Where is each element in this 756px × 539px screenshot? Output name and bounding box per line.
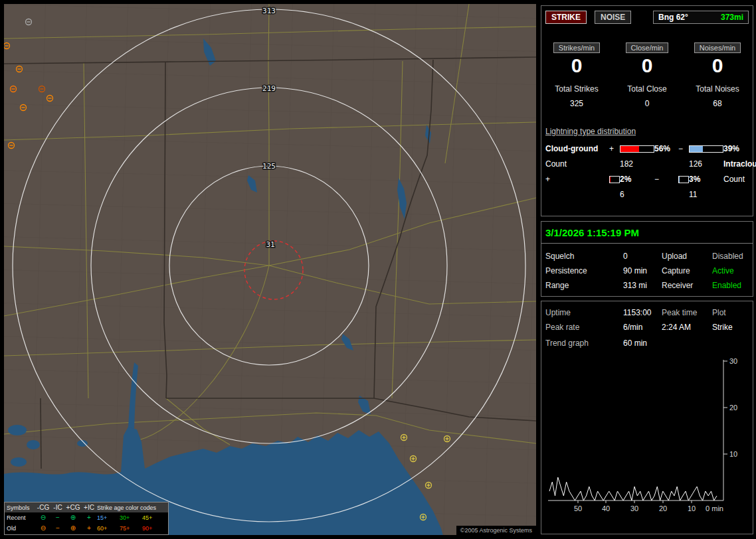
total-close-label: Total Close [612,84,682,94]
trend-window-value: 60 min [623,339,749,348]
legend-recent-label: Recent [7,514,36,521]
ring-label-313: 313 [262,7,276,15]
ic-minus-sign: − [654,175,678,184]
trend-graph-label: Trend graph [545,339,623,348]
ic-minus-count: 11 [689,190,723,199]
xtick-30: 30 [630,504,638,512]
squelch-label: Squelch [545,252,623,261]
xtick-0min: 0 min [706,504,723,512]
distribution-title: Lightning type distribution [541,127,753,136]
datetime-display: 3/1/2026 1:15:19 PM [541,222,753,244]
upload-label: Upload [662,252,712,261]
cg-plus-sign: + [609,144,620,153]
capture-status: Active [712,266,749,275]
receiver-status: Enabled [712,281,749,290]
xtick-10: 10 [688,504,696,512]
neg-ic-old-icon: − [50,525,65,532]
ytick-10: 10 [729,450,737,458]
noises-per-min-button[interactable]: Noises/min [694,42,741,53]
trend-line [549,477,717,501]
persistence-value: 90 min [623,266,662,275]
map-legend: Symbols -CG -IC +CG +IC Strike age color… [4,502,169,535]
cg-negative-bar [689,145,723,153]
xtick-40: 40 [602,504,610,512]
receiver-label: Receiver [662,281,712,290]
bearing-display: Bng 62° 373mi [653,11,749,24]
ring-label-125: 125 [262,162,276,171]
cg-minus-count: 126 [689,159,723,169]
ic-negative-bar [678,176,689,183]
neg-ic-icon: − [50,514,65,521]
status-grid: Uptime 1153:00 Peak time Plot Peak rate … [541,301,753,332]
ic-positive-bar [609,176,620,183]
legend-old-label: Old [7,525,36,532]
strikes-per-min-button[interactable]: Strikes/min [553,42,600,53]
xtick-20: 20 [659,504,667,512]
ytick-30: 30 [729,357,737,365]
peak-rate-value: 6/min [623,323,662,332]
pos-cg-icon: ⊕ [65,514,81,521]
noises-column: Noises/min 0 Total Noises 68 [682,41,753,108]
capture-label: Capture [662,266,712,275]
noise-button[interactable]: NOISE [595,11,631,24]
cg-minus-pct: 39% [723,144,747,153]
cg-label: Cloud-ground [545,144,609,153]
cg-minus-sign: − [678,144,689,153]
peak-rate-label: Peak rate [545,323,623,332]
range-label: Range [545,281,623,290]
trend-graph-row: Trend graph 60 min [541,332,753,348]
ic-count-label: Count [723,175,747,184]
ring-label-31: 31 [266,240,274,249]
legend-header: Symbols -CG -IC +CG +IC Strike age color… [5,502,168,512]
bearing-distance: 373mi [721,13,743,22]
pos-ic-icon: + [81,514,97,521]
neg-cg-old-icon: ⊖ [36,525,50,532]
ic-plus-count: 6 [620,190,654,199]
legend-age-title: Strike age color codes [97,504,169,511]
ic-label: Intracloud [723,159,747,169]
legend-col-ncg: -CG [36,504,50,511]
ic-plus-pct: 2% [620,175,654,184]
xtick-50: 50 [574,504,582,512]
legend-col-pcg: +CG [65,504,81,511]
settings-panel: 3/1/2026 1:15:19 PM Squelch 0 Upload Dis… [541,221,753,297]
legend-col-pic: +IC [81,504,97,511]
legend-symbols-title: Symbols [7,504,36,511]
side-panel: STRIKE NOISE Bng 62° 373mi Strikes/min 0… [538,0,756,539]
close-column: Close/min 0 Total Close 0 [612,41,682,108]
age-30: 30+ [120,514,142,521]
range-value: 313 mi [623,281,662,290]
peak-time-value: 2:24 AM [662,323,712,332]
status-panel: Uptime 1153:00 Peak time Plot Peak rate … [541,301,753,534]
cg-positive-bar [620,145,654,153]
close-per-min-value: 0 [612,56,682,76]
legend-old-row: Old ⊖ − ⊕ + 60+ 75+ 90+ [5,523,168,534]
cg-plus-count: 182 [620,159,654,169]
total-noises-label: Total Noises [682,84,753,94]
age-15: 15+ [97,514,120,521]
age-60: 60+ [97,525,120,532]
ic-plus-sign: + [545,175,609,184]
squelch-value: 0 [623,252,662,261]
mode-row: STRIKE NOISE Bng 62° 373mi [545,11,749,24]
uptime-value: 1153:00 [623,308,662,317]
close-per-min-button[interactable]: Close/min [626,42,669,53]
legend-recent-row: Recent ⊖ − ⊕ + 15+ 30+ 45+ [5,512,168,523]
strike-button[interactable]: STRIKE [545,11,587,24]
upload-status: Disabled [712,252,749,261]
plot-mode-value: Strike [712,323,749,332]
pos-ic-old-icon: + [81,525,97,532]
copyright-notice: ©2005 Astrogenic Systems [456,526,536,535]
cg-plus-pct: 56% [654,144,678,153]
distribution-grid: Cloud-ground + 56% − 39% Count 182 126 I… [541,144,753,199]
total-noises-value: 68 [682,99,753,108]
nexstorm-window: 313 219 125 31 Symbols -CG -IC +CG +IC S… [0,0,756,539]
rates-row: Strikes/min 0 Total Strikes 325 Close/mi… [541,41,753,108]
pos-cg-old-icon: ⊕ [65,525,81,532]
strike-stats-panel: STRIKE NOISE Bng 62° 373mi Strikes/min 0… [541,5,753,216]
ic-minus-pct: 3% [689,175,723,184]
noises-per-min-value: 0 [682,56,753,76]
lightning-map[interactable]: 313 219 125 31 [4,4,536,535]
strikes-column: Strikes/min 0 Total Strikes 325 [541,41,612,108]
peak-time-label: Peak time [662,308,712,317]
